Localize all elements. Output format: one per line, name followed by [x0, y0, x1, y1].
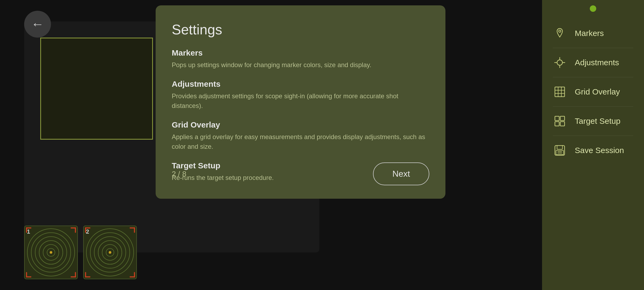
svg-rect-53 — [557, 146, 562, 149]
svg-rect-49 — [560, 116, 565, 121]
back-arrow-icon: ← — [31, 18, 44, 31]
thumbnails-container: 1 2 — [24, 226, 137, 279]
settings-pagination: 2 / 8 — [172, 170, 186, 178]
sidebar-item-save-session[interactable]: Save Session — [542, 136, 644, 165]
sidebar-target-setup-label: Target Setup — [575, 117, 620, 126]
svg-rect-34 — [85, 276, 90, 277]
next-button[interactable]: Next — [373, 162, 429, 185]
settings-section-grid-overlay: Grid Overlay Applies a grid overlay for … — [172, 120, 429, 151]
svg-rect-51 — [560, 122, 565, 126]
sidebar-adjustments-label: Adjustments — [575, 58, 619, 67]
settings-section-markers: Markers Pops up settings window for chan… — [172, 48, 429, 70]
grid-overlay-title: Grid Overlay — [172, 120, 429, 129]
svg-rect-43 — [555, 87, 565, 97]
thumbnail-1[interactable]: 1 — [24, 226, 78, 279]
right-sidebar: Markers Adjustments — [542, 0, 644, 290]
sidebar-item-target-setup[interactable]: Target Setup — [542, 107, 644, 136]
target-preview-box — [40, 38, 153, 140]
settings-section-adjustments: Adjustments Provides adjustment settings… — [172, 79, 429, 111]
settings-footer: 2 / 8 Next — [172, 162, 429, 185]
svg-point-37 — [559, 30, 561, 32]
sidebar-save-session-label: Save Session — [575, 146, 624, 155]
svg-point-12 — [50, 251, 52, 254]
sidebar-item-grid-overlay[interactable]: Grid Overlay — [542, 77, 644, 106]
adjustments-description: Provides adjustment settings for scope s… — [172, 91, 429, 111]
adjustments-icon — [553, 56, 567, 70]
sidebar-indicator — [590, 5, 596, 12]
markers-description: Pops up settings window for changing mar… — [172, 60, 429, 70]
svg-rect-50 — [555, 122, 559, 126]
settings-modal: Settings Markers Pops up settings window… — [156, 5, 445, 199]
svg-rect-48 — [555, 116, 559, 121]
svg-rect-20 — [75, 272, 76, 278]
svg-rect-16 — [75, 227, 76, 233]
svg-rect-18 — [26, 276, 31, 277]
svg-point-38 — [557, 60, 562, 65]
back-button[interactable]: ← — [24, 11, 51, 38]
save-icon — [553, 143, 567, 157]
thumbnail-2[interactable]: 2 — [83, 226, 137, 279]
marker-icon — [553, 26, 567, 40]
target-setup-icon — [553, 114, 567, 128]
settings-title: Settings — [172, 21, 429, 38]
sidebar-item-adjustments[interactable]: Adjustments — [542, 48, 644, 77]
svg-rect-32 — [134, 227, 135, 233]
grid-icon — [553, 85, 567, 99]
svg-rect-36 — [134, 272, 135, 278]
grid-overlay-description: Applies a grid overlay for easy measurem… — [172, 132, 429, 151]
svg-point-28 — [109, 251, 111, 254]
adjustments-title: Adjustments — [172, 79, 429, 89]
svg-rect-54 — [556, 150, 564, 155]
thumbnail-2-number: 2 — [86, 228, 89, 235]
sidebar-grid-overlay-label: Grid Overlay — [575, 87, 620, 96]
sidebar-item-markers[interactable]: Markers — [542, 19, 644, 48]
markers-title: Markers — [172, 48, 429, 57]
thumbnail-1-number: 1 — [27, 228, 30, 235]
sidebar-markers-label: Markers — [575, 29, 604, 38]
